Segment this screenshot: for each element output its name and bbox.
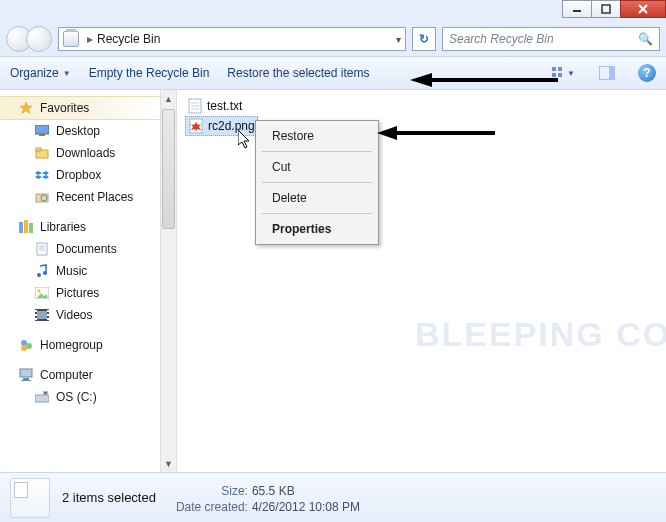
- sidebar-group-favorites[interactable]: Favorites: [0, 96, 160, 120]
- svg-marker-18: [42, 171, 49, 175]
- list-item[interactable]: test.txt: [185, 96, 244, 116]
- search-icon: 🔍: [638, 32, 653, 46]
- sidebar-item-documents[interactable]: Documents: [0, 238, 160, 260]
- context-menu-separator: [262, 182, 372, 183]
- star-icon: [18, 100, 34, 116]
- desktop-icon: [34, 123, 50, 139]
- view-options-button[interactable]: ▼: [550, 62, 576, 84]
- svg-rect-40: [47, 310, 49, 312]
- refresh-button[interactable]: ↻: [412, 27, 436, 51]
- svg-rect-8: [552, 73, 556, 77]
- context-menu-delete[interactable]: Delete: [258, 185, 376, 211]
- sidebar-item-downloads[interactable]: Downloads: [0, 142, 160, 164]
- scroll-down-icon[interactable]: ▼: [161, 455, 176, 472]
- list-item[interactable]: rc2d.png: [185, 116, 258, 136]
- svg-rect-49: [35, 395, 49, 402]
- music-icon: [34, 263, 50, 279]
- context-menu-properties[interactable]: Properties: [258, 216, 376, 242]
- empty-recycle-bin-button[interactable]: Empty the Recycle Bin: [89, 66, 210, 80]
- svg-rect-37: [35, 310, 37, 312]
- svg-rect-1: [602, 5, 610, 13]
- refresh-icon: ↻: [419, 32, 429, 46]
- svg-rect-16: [36, 148, 41, 151]
- svg-marker-12: [20, 102, 32, 113]
- address-bar[interactable]: ▸ Recycle Bin ▾: [58, 27, 406, 51]
- scroll-thumb[interactable]: [162, 109, 175, 229]
- help-icon: ?: [643, 66, 650, 80]
- sidebar-item-music[interactable]: Music: [0, 260, 160, 282]
- address-dropdown-icon[interactable]: ▾: [396, 34, 401, 45]
- svg-rect-51: [44, 392, 47, 393]
- drive-icon: [34, 389, 50, 405]
- sidebar-group-homegroup[interactable]: Homegroup: [0, 334, 160, 356]
- sidebar-item-videos[interactable]: Videos: [0, 304, 160, 326]
- sidebar-group-libraries[interactable]: Libraries: [0, 216, 160, 238]
- svg-rect-39: [35, 318, 37, 320]
- minimize-button[interactable]: [562, 0, 592, 18]
- organize-label: Organize: [10, 66, 59, 80]
- chevron-down-icon: ▼: [567, 69, 575, 78]
- svg-rect-38: [35, 314, 37, 316]
- downloads-icon: [34, 145, 50, 161]
- svg-rect-47: [23, 378, 29, 380]
- breadcrumb-separator-icon: ▸: [87, 32, 93, 46]
- pictures-icon: [34, 285, 50, 301]
- documents-icon: [34, 241, 50, 257]
- text-file-icon: [187, 98, 203, 114]
- context-menu: Restore Cut Delete Properties: [255, 120, 379, 245]
- annotation-arrow-context: [377, 124, 497, 142]
- selection-icon: [10, 478, 50, 518]
- toolbar: Organize ▼ Empty the Recycle Bin Restore…: [0, 56, 666, 90]
- search-input[interactable]: Search Recycle Bin 🔍: [442, 27, 660, 51]
- address-row: ▸ Recycle Bin ▾ ↻ Search Recycle Bin 🔍: [0, 22, 666, 56]
- videos-icon: [34, 307, 50, 323]
- dropbox-icon: [34, 167, 50, 183]
- context-menu-separator: [262, 151, 372, 152]
- svg-rect-11: [609, 66, 615, 80]
- maximize-button[interactable]: [591, 0, 621, 18]
- status-date-value: 4/26/2012 10:08 PM: [252, 500, 360, 514]
- computer-icon: [18, 367, 34, 383]
- status-size-label: Size:: [168, 484, 248, 498]
- status-details: Size: 65.5 KB Date created: 4/26/2012 10…: [168, 482, 360, 514]
- svg-rect-52: [44, 394, 47, 395]
- address-text: Recycle Bin: [97, 32, 160, 46]
- sidebar-group-computer[interactable]: Computer: [0, 364, 160, 386]
- svg-point-30: [37, 273, 41, 277]
- status-size-value: 65.5 KB: [252, 484, 295, 498]
- annotation-arrow-toolbar: [410, 71, 560, 89]
- context-menu-cut[interactable]: Cut: [258, 154, 376, 180]
- svg-point-31: [43, 271, 47, 275]
- svg-rect-48: [21, 380, 31, 381]
- search-placeholder: Search Recycle Bin: [449, 32, 554, 46]
- svg-rect-9: [558, 73, 562, 77]
- context-menu-restore[interactable]: Restore: [258, 123, 376, 149]
- help-button[interactable]: ?: [638, 64, 656, 82]
- titlebar: [0, 0, 666, 22]
- svg-rect-24: [24, 220, 28, 233]
- organize-button[interactable]: Organize ▼: [10, 66, 71, 80]
- context-menu-separator: [262, 213, 372, 214]
- svg-point-33: [38, 290, 41, 293]
- sidebar-scrollbar[interactable]: ▲ ▼: [160, 90, 177, 472]
- svg-marker-17: [35, 171, 42, 175]
- svg-marker-20: [42, 175, 49, 179]
- sidebar-item-dropbox[interactable]: Dropbox: [0, 164, 160, 186]
- sidebar-item-desktop[interactable]: Desktop: [0, 120, 160, 142]
- preview-pane-button[interactable]: [594, 62, 620, 84]
- status-date-label: Date created:: [168, 500, 248, 514]
- close-button[interactable]: [620, 0, 666, 18]
- sidebar-item-recent-places[interactable]: Recent Places: [0, 186, 160, 208]
- sidebar-item-os-c[interactable]: OS (C:): [0, 386, 160, 408]
- svg-rect-36: [37, 311, 47, 319]
- sidebar-item-pictures[interactable]: Pictures: [0, 282, 160, 304]
- svg-rect-26: [37, 243, 47, 255]
- svg-rect-6: [552, 67, 556, 71]
- scroll-up-icon[interactable]: ▲: [161, 90, 176, 107]
- restore-selected-button[interactable]: Restore the selected items: [227, 66, 369, 80]
- file-list[interactable]: BLEEPING COMPUTER test.txt rc2d.png Rest…: [177, 90, 666, 472]
- svg-rect-13: [35, 125, 49, 134]
- svg-rect-25: [29, 223, 33, 233]
- libraries-icon: [18, 219, 34, 235]
- forward-button[interactable]: [26, 26, 52, 52]
